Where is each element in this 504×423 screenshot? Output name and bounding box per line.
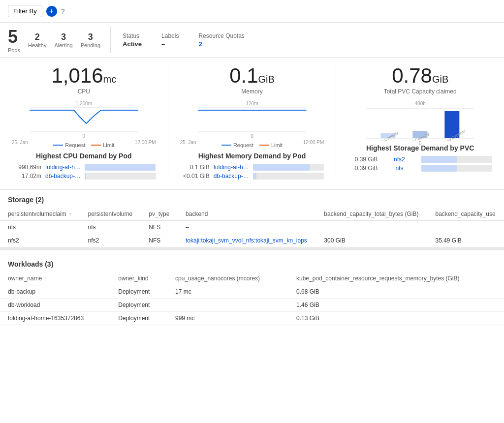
storage-demand-row-1: 0.39 GiB nfs: [348, 165, 492, 172]
col-backend[interactable]: backend: [178, 208, 316, 221]
memory-label: Memory: [180, 88, 324, 95]
workload-mem-0: 0.68 GiB: [288, 285, 504, 299]
top-bar: Filter By + ?: [0, 0, 504, 23]
storage-section: Storage (2) persistentvolumeclaim ↑ pers…: [0, 190, 504, 247]
healthy-label: Healthy: [28, 42, 46, 48]
memory-y-top: 120m: [180, 101, 324, 106]
status-value: Active: [123, 40, 142, 48]
labels-label: Labels: [161, 32, 179, 39]
workload-row-0: db-backup Deployment 17 mc 0.68 GiB: [0, 285, 504, 299]
cpu-demand-row-1: 17.02m db-backup-85447c7767…: [12, 173, 156, 180]
capacity-0: [316, 221, 427, 234]
storage-row-1: nfs2 nfs2 NFS tokaji:tokaji_svm_vvol_nfs…: [0, 234, 504, 247]
col-pvc[interactable]: persistentvolumeclaim ↑: [0, 208, 80, 221]
workload-mem-1: 1.46 GiB: [288, 299, 504, 312]
pending-label: Pending: [81, 42, 100, 48]
col-pvtype[interactable]: pv_type: [141, 208, 178, 221]
cpu-label: CPU: [12, 88, 156, 95]
backend-1[interactable]: tokaji:tokaji_svm_vvol_nfs:tokaji_svm_kn…: [178, 234, 316, 247]
alerting-stat: 3 Alerting: [54, 32, 72, 48]
pods-label: Pods: [8, 47, 20, 53]
workload-cpu-1: [167, 299, 288, 312]
cpu-metric: 1,016mc CPU 1,200m 0 25. Jan 12:00 PM Re…: [0, 65, 168, 181]
workload-name-2: folding-at-home-1635372863: [0, 312, 110, 325]
storage-demand-row-0: 0.39 GiB nfs2: [348, 156, 492, 163]
pods-count: 5: [8, 27, 20, 47]
pv-name-1: nfs2: [80, 234, 141, 247]
capacity-1: 300 GiB: [316, 234, 427, 247]
pending-stat: 3 Pending: [81, 32, 100, 48]
storage-chart: 400b PVC Capacity PV Capacity Backend Ca…: [348, 101, 492, 140]
usage-1: 35.49 GiB: [427, 234, 504, 247]
status-meta: Status Active: [123, 32, 142, 48]
cpu-time-labels: 25. Jan 12:00 PM: [12, 140, 156, 145]
labels-value: –: [161, 40, 179, 48]
pvtype-0: NFS: [141, 221, 178, 234]
quotas-label: Resource Quotas: [198, 32, 244, 39]
col-owner-kind[interactable]: owner_kind: [110, 272, 167, 285]
workloads-section: Workloads (3) owner_name ↑ owner_kind cp…: [0, 254, 504, 325]
memory-time-labels: 25. Jan 12:00 PM: [180, 140, 324, 145]
cpu-demand-row-0: 998.69m folding-at-home-16353…: [12, 164, 156, 171]
memory-y-bottom: 0: [180, 133, 324, 139]
col-pv[interactable]: persistentvolume: [80, 208, 141, 221]
quotas-meta: Resource Quotas 2: [198, 32, 244, 48]
backend-0: –: [178, 221, 316, 234]
add-filter-button[interactable]: +: [46, 6, 57, 17]
storage-row-0: nfs nfs NFS –: [0, 221, 504, 234]
cpu-value: 1,016mc: [12, 65, 156, 86]
status-label: Status: [123, 32, 142, 39]
svg-text:PVC Capacity: PVC Capacity: [376, 130, 400, 141]
storage-value: 0.78GiB: [348, 65, 492, 86]
col-owner-name[interactable]: owner_name ↑: [0, 272, 110, 285]
memory-metric: 0.1GiB Memory 120m 0 25. Jan 12:00 PM Re…: [168, 65, 337, 181]
cpu-chart: 1,200m 0 25. Jan 12:00 PM: [12, 101, 156, 140]
workload-row-1: db-workload Deployment 1.46 GiB: [0, 299, 504, 312]
storage-y-top: 400b: [348, 101, 492, 106]
workload-cpu-0: 17 mc: [167, 285, 288, 299]
metrics-section: 1,016mc CPU 1,200m 0 25. Jan 12:00 PM Re…: [0, 58, 504, 190]
cpu-y-bottom: 0: [12, 133, 156, 139]
workloads-table: owner_name ↑ owner_kind cpu_usage_nanoco…: [0, 272, 504, 325]
quotas-value[interactable]: 2: [198, 40, 244, 48]
scrollbar[interactable]: [0, 247, 504, 250]
memory-demand-row-0: 0.1 GiB folding-at-home-16353…: [180, 164, 324, 171]
col-cpu-usage[interactable]: cpu_usage_nanocores (mcores): [167, 272, 288, 285]
pvc-name-0: nfs: [0, 221, 80, 234]
memory-value: 0.1GiB: [180, 65, 324, 86]
filter-by-button[interactable]: Filter By: [8, 5, 42, 17]
cpu-y-top: 1,200m: [12, 101, 156, 106]
col-capacity[interactable]: backend_capacity_total_bytes (GiB): [316, 208, 427, 221]
workload-row-2: folding-at-home-1635372863 Deployment 99…: [0, 312, 504, 325]
workload-kind-2: Deployment: [110, 312, 167, 325]
storage-y-bottom: 0: [348, 141, 492, 146]
healthy-count: 2: [28, 32, 46, 42]
workload-kind-0: Deployment: [110, 285, 167, 299]
workload-mem-2: 0.13 GiB: [288, 312, 504, 325]
memory-demand: Highest Memory Demand by Pod 0.1 GiB fol…: [180, 152, 324, 180]
workload-name-0: db-backup: [0, 285, 110, 299]
workload-name-1: db-workload: [0, 299, 110, 312]
memory-chart: 120m 0 25. Jan 12:00 PM: [180, 101, 324, 140]
storage-section-title: Storage (2): [0, 190, 504, 208]
workload-cpu-2: 999 mc: [167, 312, 288, 325]
pv-name-0: nfs: [80, 221, 141, 234]
usage-0: [427, 221, 504, 234]
pvtype-1: NFS: [141, 234, 178, 247]
col-memory-usage[interactable]: kube_pod_container_resource_requests_mem…: [288, 272, 504, 285]
storage-table: persistentvolumeclaim ↑ persistentvolume…: [0, 208, 504, 247]
pods-count-block: 5 Pods: [8, 27, 20, 53]
help-button[interactable]: ?: [61, 7, 65, 15]
col-usage[interactable]: backend_capacity_use: [427, 208, 504, 221]
memory-demand-row-1: <0.01 GiB db-backup-85447c776…: [180, 173, 324, 180]
storage-demand: Highest Storage Demand by PVC 0.39 GiB n…: [348, 144, 492, 172]
alerting-label: Alerting: [54, 42, 72, 48]
healthy-stat: 2 Healthy: [28, 32, 46, 48]
pods-summary: 5 Pods 2 Healthy 3 Alerting 3 Pending: [8, 27, 111, 53]
summary-bar: 5 Pods 2 Healthy 3 Alerting 3 Pending St…: [0, 23, 504, 58]
pvc-name-1: nfs2: [0, 234, 80, 247]
cpu-demand: Highest CPU Demand by Pod 998.69m foldin…: [12, 152, 156, 180]
storage-label: Total PVC Capacity claimed: [348, 88, 492, 95]
meta-items: Status Active Labels – Resource Quotas 2: [123, 27, 245, 53]
cpu-demand-title: Highest CPU Demand by Pod: [12, 152, 156, 160]
